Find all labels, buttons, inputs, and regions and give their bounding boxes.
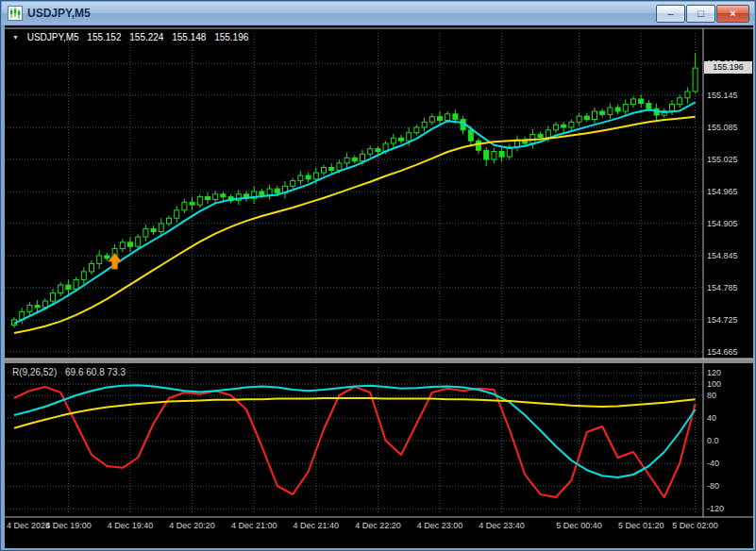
chart-area[interactable]: 155.205155.145155.085155.025154.965154.9… xyxy=(5,25,753,548)
low-value: 155.148 xyxy=(172,32,206,42)
bull-candle xyxy=(59,285,63,293)
price-axis-label: 154.665 xyxy=(707,347,738,357)
ma-slow-line xyxy=(14,117,696,333)
bull-candle xyxy=(361,154,365,160)
minimize-button[interactable]: – xyxy=(656,5,685,23)
bull-candle xyxy=(693,68,697,92)
bear-candle xyxy=(538,134,543,137)
bear-candle xyxy=(584,116,589,119)
bear-candle xyxy=(128,242,133,247)
time-axis-label: 5 Dec 01:20 xyxy=(618,521,664,530)
bull-candle xyxy=(159,224,163,232)
bull-candle xyxy=(407,133,412,142)
oscillator-lines xyxy=(14,385,696,497)
bull-candle xyxy=(120,242,125,249)
bull-candle xyxy=(51,293,56,302)
window-splitter[interactable] xyxy=(5,359,753,363)
bear-candle xyxy=(477,141,481,150)
bear-candle xyxy=(260,192,264,195)
bull-candle xyxy=(546,130,550,138)
bear-candle xyxy=(206,197,210,200)
indicator-axis[interactable]: 12010080400.0-40-80-120 xyxy=(707,368,724,513)
bull-candle xyxy=(167,218,172,224)
time-axis-label: 4 Dec 20:20 xyxy=(169,521,215,530)
candlesticks xyxy=(12,53,698,327)
bull-candle xyxy=(569,122,574,127)
bull-candle xyxy=(344,158,349,163)
bull-candle xyxy=(136,237,141,246)
bear-candle xyxy=(66,285,71,290)
time-axis[interactable]: 4 Dec 20254 Dec 19:004 Dec 19:404 Dec 20… xyxy=(7,521,718,530)
bear-candle xyxy=(499,152,504,158)
time-axis-label: 4 Dec 23:40 xyxy=(479,521,525,530)
bull-candle xyxy=(678,98,682,105)
bear-candle xyxy=(600,111,605,114)
indicator-info-line: R(9,26,52) 69.6 60.8 73.3 xyxy=(12,367,131,377)
bear-candle xyxy=(329,168,334,171)
bull-candle xyxy=(182,202,187,210)
indicator-axis-label: -80 xyxy=(707,481,719,491)
bear-candle xyxy=(376,149,380,152)
bull-candle xyxy=(27,306,32,312)
bull-candle xyxy=(74,279,78,289)
symbol-period-label: USDJPY,M5 xyxy=(27,32,79,42)
chart-menu-arrow-icon[interactable]: ▼ xyxy=(12,34,19,41)
bull-candle xyxy=(81,272,86,280)
bear-candle xyxy=(647,104,651,109)
close-button[interactable]: × xyxy=(716,5,749,23)
window-controls: – □ × xyxy=(656,5,749,23)
bear-candle xyxy=(468,130,473,141)
window-icon[interactable] xyxy=(8,6,23,21)
bear-candle xyxy=(639,99,644,104)
price-axis-label: 155.025 xyxy=(707,155,738,164)
bull-candle xyxy=(670,105,675,111)
bull-candle xyxy=(422,122,427,127)
bull-candle xyxy=(593,111,597,120)
indicator-axis-label: 40 xyxy=(707,413,716,423)
moving-average-lines xyxy=(14,102,696,333)
bull-candle xyxy=(337,163,342,170)
price-axis-label: 154.905 xyxy=(707,219,738,228)
mt4-chart-window: USDJPY,M5 – □ × 155.205155.145155.085155… xyxy=(0,0,756,551)
price-axis-label: 155.145 xyxy=(707,91,738,100)
bear-candle xyxy=(453,114,458,120)
high-value: 155.224 xyxy=(129,32,163,42)
bear-candle xyxy=(190,202,194,205)
indicator-axis-label: -40 xyxy=(707,459,719,468)
current-price-marker: 155.196 xyxy=(704,61,752,74)
bull-candle xyxy=(368,149,373,155)
price-axis-label: 154.725 xyxy=(707,315,738,325)
bull-candle xyxy=(143,229,148,238)
title-bar[interactable]: USDJPY,M5 – □ × xyxy=(2,2,754,25)
bear-candle xyxy=(151,229,156,232)
bull-candle xyxy=(175,210,179,219)
time-axis-label: 4 Dec 21:40 xyxy=(294,521,340,530)
indicator-axis-label: 100 xyxy=(707,379,721,389)
indicator-values: 69.6 60.8 73.3 xyxy=(65,367,126,377)
bear-candle xyxy=(221,194,226,197)
time-axis-label: 4 Dec 2025 xyxy=(7,521,50,530)
time-axis-label: 4 Dec 19:00 xyxy=(45,521,92,530)
bull-candle xyxy=(42,301,47,308)
bull-candle xyxy=(608,108,613,114)
bear-candle xyxy=(562,125,566,127)
indicator-axis-label: -120 xyxy=(707,504,724,513)
price-axis-label: 155.085 xyxy=(707,123,738,132)
bear-candle xyxy=(399,138,404,141)
bear-candle xyxy=(484,150,489,159)
bull-candle xyxy=(429,117,434,123)
time-axis-label: 5 Dec 00:40 xyxy=(556,521,602,530)
bull-candle xyxy=(97,256,102,263)
bull-candle xyxy=(298,175,303,181)
bull-candle xyxy=(90,263,94,272)
bull-candle xyxy=(291,181,295,187)
bull-candle xyxy=(267,189,272,195)
grid-lines xyxy=(5,33,703,514)
bull-candle xyxy=(414,127,419,133)
maximize-button[interactable]: □ xyxy=(686,5,715,23)
bear-candle xyxy=(615,108,620,111)
bull-candle xyxy=(577,116,581,122)
bull-candle xyxy=(322,168,327,174)
price-axis[interactable]: 155.205155.145155.085155.025154.965154.9… xyxy=(707,58,738,357)
time-axis-label: 4 Dec 22:20 xyxy=(355,521,401,530)
